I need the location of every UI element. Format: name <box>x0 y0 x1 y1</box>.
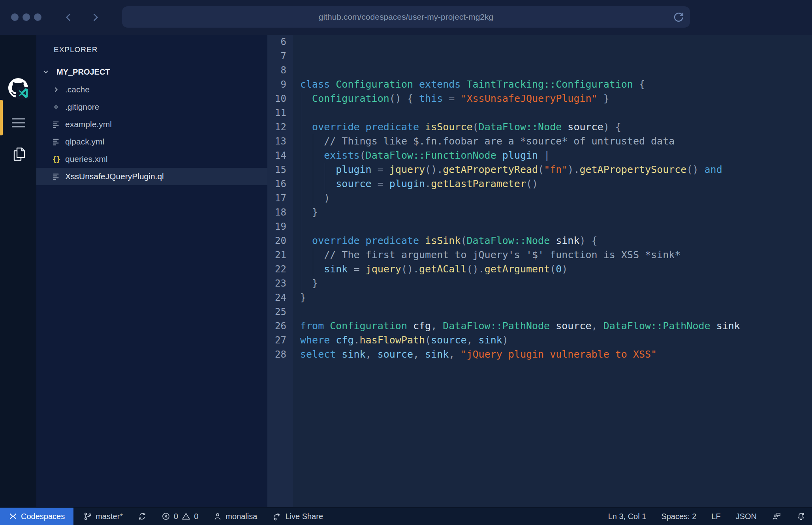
codespaces-button[interactable]: Codespaces <box>0 508 73 525</box>
chevron-right-icon <box>89 11 102 24</box>
line-number[interactable]: 12 <box>267 120 286 134</box>
code-line[interactable]: 23 } <box>267 276 812 291</box>
code-line[interactable]: 24} <box>267 291 812 305</box>
sync-icon <box>138 512 147 521</box>
account-button[interactable]: monalisa <box>213 508 257 525</box>
active-view-indicator <box>0 100 3 135</box>
code-text: } <box>286 291 306 305</box>
file-name: .gitignore <box>65 102 99 112</box>
line-number[interactable]: 27 <box>267 333 286 347</box>
line-number[interactable]: 13 <box>267 134 286 148</box>
line-number[interactable]: 18 <box>267 205 286 219</box>
line-number[interactable]: 19 <box>267 219 286 234</box>
bell-icon <box>796 512 806 521</box>
code-content[interactable]: 6789class Configuration extends TaintTra… <box>267 35 812 362</box>
code-line[interactable]: 11 <box>267 106 812 120</box>
line-number[interactable]: 28 <box>267 347 286 362</box>
code-editor[interactable]: 6789class Configuration extends TaintTra… <box>267 35 812 507</box>
window-controls[interactable] <box>11 13 41 21</box>
file-name: example.yml <box>65 120 112 129</box>
status-label: Spaces: 2 <box>661 512 696 521</box>
status-label: LF <box>711 512 720 521</box>
tree-item[interactable]: example.yml <box>36 116 267 133</box>
line-number[interactable]: 21 <box>267 248 286 262</box>
line-number[interactable]: 26 <box>267 319 286 333</box>
line-number[interactable]: 9 <box>267 77 286 92</box>
window-dot[interactable] <box>23 13 30 21</box>
tree-item[interactable]: .gitignore <box>36 98 267 116</box>
chevron-right-icon <box>52 86 60 94</box>
indentation-button[interactable]: Spaces: 2 <box>661 508 696 525</box>
file-name: qlpack.yml <box>65 137 104 146</box>
tree-item[interactable]: XssUnsafeJQueryPlugin.ql <box>36 168 267 185</box>
file-name: queries.xml <box>65 154 107 164</box>
braces-file-icon: {} <box>52 155 60 163</box>
code-line[interactable]: 6 <box>267 35 812 49</box>
tree-item[interactable]: qlpack.yml <box>36 133 267 150</box>
language-mode-button[interactable]: JSON <box>736 508 757 525</box>
browser-forward-button[interactable] <box>89 11 102 24</box>
line-number[interactable]: 7 <box>267 49 286 63</box>
github-codespaces-logo[interactable] <box>8 78 28 98</box>
status-label: Live Share <box>285 512 323 521</box>
code-line[interactable]: 20 override predicate isSink(DataFlow::N… <box>267 234 812 248</box>
code-line[interactable]: 13 // Things like $.fn.foobar are a *sou… <box>267 134 812 148</box>
code-line[interactable]: 14 exists(DataFlow::FunctionNode plugin … <box>267 148 812 163</box>
line-number[interactable]: 6 <box>267 35 286 49</box>
line-number[interactable]: 17 <box>267 191 286 205</box>
code-line[interactable]: 22 sink = jquery().getACall().getArgumen… <box>267 262 812 276</box>
code-line[interactable]: 26from Configuration cfg, DataFlow::Path… <box>267 319 812 333</box>
notifications-button[interactable] <box>796 508 806 525</box>
line-number[interactable]: 8 <box>267 63 286 77</box>
code-line[interactable]: 21 // The first argument to jQuery's '$'… <box>267 248 812 262</box>
line-number[interactable]: 16 <box>267 177 286 191</box>
line-number[interactable]: 24 <box>267 291 286 305</box>
code-text: // Things like $.fn.foobar are a *source… <box>286 134 675 148</box>
code-line[interactable]: 18 } <box>267 205 812 219</box>
line-number[interactable]: 15 <box>267 163 286 177</box>
tree-item[interactable]: .cache <box>36 81 267 98</box>
explorer-files-button[interactable] <box>10 145 27 163</box>
code-line[interactable]: 10 Configuration() { this = "XssUnsafeJQ… <box>267 92 812 106</box>
code-line[interactable]: 19 <box>267 219 812 234</box>
code-line[interactable]: 7 <box>267 49 812 63</box>
live-share-button[interactable]: Live Share <box>272 508 323 525</box>
cursor-position-button[interactable]: Ln 3, Col 1 <box>608 508 647 525</box>
git-branch-button[interactable]: master* <box>83 508 123 525</box>
code-line[interactable]: 28select sink, source, sink, "jQuery plu… <box>267 347 812 362</box>
code-line[interactable]: 12 override predicate isSource(DataFlow:… <box>267 120 812 134</box>
window-dot[interactable] <box>34 13 41 21</box>
code-line[interactable]: 8 <box>267 63 812 77</box>
line-number[interactable]: 14 <box>267 148 286 163</box>
chevron-left-icon <box>62 11 75 24</box>
line-number[interactable]: 23 <box>267 276 286 291</box>
vscode-badge-icon <box>17 87 30 99</box>
menu-button[interactable] <box>11 117 26 128</box>
code-line[interactable]: 9class Configuration extends TaintTracki… <box>267 77 812 92</box>
tree-item[interactable]: {}queries.xml <box>36 150 267 168</box>
code-line[interactable]: 17 ) <box>267 191 812 205</box>
code-text: exists(DataFlow::FunctionNode plugin | <box>286 148 550 163</box>
refresh-icon[interactable] <box>672 10 685 24</box>
person-icon <box>213 512 222 521</box>
address-bar[interactable]: github.com/codespaces/user-my-project-mg… <box>122 6 690 28</box>
line-number[interactable]: 25 <box>267 305 286 319</box>
line-number[interactable]: 20 <box>267 234 286 248</box>
feedback-button[interactable] <box>772 508 781 525</box>
code-line[interactable]: 15 plugin = jquery().getAPropertyRead("f… <box>267 163 812 177</box>
sync-button[interactable] <box>138 508 147 525</box>
line-number[interactable]: 22 <box>267 262 286 276</box>
browser-back-button[interactable] <box>62 11 75 24</box>
line-number[interactable]: 10 <box>267 92 286 106</box>
project-root-folder[interactable]: MY_PROJECT <box>36 65 267 79</box>
code-text: source = plugin.getLastParameter() <box>286 177 538 191</box>
eol-button[interactable]: LF <box>711 508 720 525</box>
code-line[interactable]: 16 source = plugin.getLastParameter() <box>267 177 812 191</box>
code-text <box>286 63 300 77</box>
code-line[interactable]: 25 <box>267 305 812 319</box>
window-dot[interactable] <box>11 13 19 21</box>
problems-button[interactable]: 00 <box>162 508 198 525</box>
line-number[interactable]: 11 <box>267 106 286 120</box>
activity-bar <box>0 35 36 507</box>
code-line[interactable]: 27where cfg.hasFlowPath(source, sink) <box>267 333 812 347</box>
